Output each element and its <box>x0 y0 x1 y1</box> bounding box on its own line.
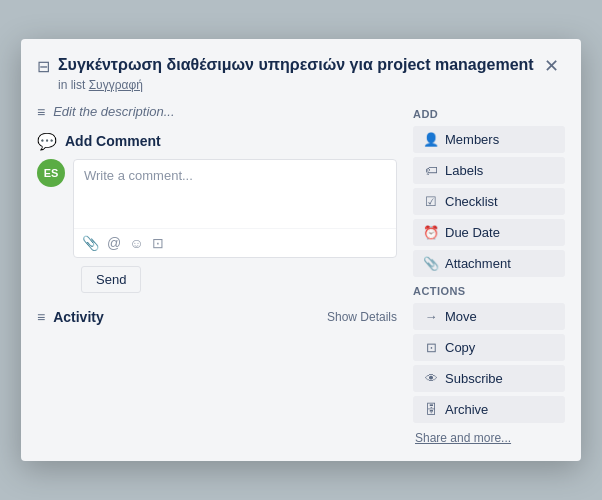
card-modal: ⊟ Συγκέντρωση διαθέσιμων υπηρεσιών για p… <box>21 39 581 461</box>
modal-title-block: Συγκέντρωση διαθέσιμων υπηρεσιών για pro… <box>58 55 534 92</box>
archive-icon: 🗄 <box>423 402 439 417</box>
attach-icon[interactable]: 📎 <box>82 235 99 251</box>
comment-title: Add Comment <box>65 133 161 149</box>
avatar: ES <box>37 159 65 187</box>
archive-button[interactable]: 🗄 Archive <box>413 396 565 423</box>
due-date-label: Due Date <box>445 225 500 240</box>
comment-input-row: ES 📎 @ ☺ ⊡ <box>37 159 397 258</box>
share-link[interactable]: Share and more... <box>413 431 565 445</box>
move-icon: → <box>423 309 439 324</box>
add-section-title: Add <box>413 108 565 120</box>
description-icon: ≡ <box>37 104 45 120</box>
mention-icon[interactable]: @ <box>107 235 121 251</box>
labels-icon: 🏷 <box>423 163 439 178</box>
activity-title: Activity <box>53 309 104 325</box>
copy-icon: ⊡ <box>423 340 439 355</box>
comment-header: 💬 Add Comment <box>37 132 397 151</box>
subscribe-label: Subscribe <box>445 371 503 386</box>
checklist-label: Checklist <box>445 194 498 209</box>
right-column: Add 👤 Members 🏷 Labels ☑ Checklist ⏰ Due… <box>413 104 565 445</box>
comment-box: 📎 @ ☺ ⊡ <box>73 159 397 258</box>
move-label: Move <box>445 309 477 324</box>
emoji-icon[interactable]: ☺ <box>129 235 143 251</box>
edit-description-link[interactable]: Edit the description... <box>53 104 174 119</box>
main-layout: ≡ Edit the description... 💬 Add Comment … <box>37 104 565 445</box>
attachment-button[interactable]: 📎 Attachment <box>413 250 565 277</box>
list-prefix: in list <box>58 78 85 92</box>
due-date-icon: ⏰ <box>423 225 439 240</box>
labels-button[interactable]: 🏷 Labels <box>413 157 565 184</box>
actions-section-title: Actions <box>413 285 565 297</box>
copy-button[interactable]: ⊡ Copy <box>413 334 565 361</box>
members-label: Members <box>445 132 499 147</box>
modal-header: ⊟ Συγκέντρωση διαθέσιμων υπηρεσιών για p… <box>37 55 565 92</box>
modal-list-info: in list Συγγραφή <box>58 78 534 92</box>
attachment-icon: 📎 <box>423 256 439 271</box>
archive-label: Archive <box>445 402 488 417</box>
checklist-button[interactable]: ☑ Checklist <box>413 188 565 215</box>
subscribe-icon: 👁 <box>423 371 439 386</box>
modal-title-area: ⊟ Συγκέντρωση διαθέσιμων υπηρεσιών για p… <box>37 55 538 92</box>
send-button[interactable]: Send <box>81 266 141 293</box>
move-button[interactable]: → Move <box>413 303 565 330</box>
copy-label: Copy <box>445 340 475 355</box>
members-icon: 👤 <box>423 132 439 147</box>
left-column: ≡ Edit the description... 💬 Add Comment … <box>37 104 397 445</box>
card-icon: ⊟ <box>37 57 50 76</box>
subscribe-button[interactable]: 👁 Subscribe <box>413 365 565 392</box>
comment-section: 💬 Add Comment ES 📎 @ ☺ ⊡ <box>37 132 397 293</box>
attachment-label: Attachment <box>445 256 511 271</box>
actions-section: Actions → Move ⊡ Copy 👁 Subscribe 🗄 Arch… <box>413 285 565 445</box>
comment-toolbar: 📎 @ ☺ ⊡ <box>74 228 396 257</box>
activity-section: ≡ Activity Show Details <box>37 309 397 325</box>
comment-icon: 💬 <box>37 132 57 151</box>
image-icon[interactable]: ⊡ <box>152 235 164 251</box>
checklist-icon: ☑ <box>423 194 439 209</box>
labels-label: Labels <box>445 163 483 178</box>
list-link[interactable]: Συγγραφή <box>89 78 143 92</box>
comment-textarea[interactable] <box>74 160 396 224</box>
due-date-button[interactable]: ⏰ Due Date <box>413 219 565 246</box>
activity-left: ≡ Activity <box>37 309 104 325</box>
modal-title: Συγκέντρωση διαθέσιμων υπηρεσιών για pro… <box>58 55 534 76</box>
show-details-link[interactable]: Show Details <box>327 310 397 324</box>
activity-icon: ≡ <box>37 309 45 325</box>
members-button[interactable]: 👤 Members <box>413 126 565 153</box>
close-button[interactable]: ✕ <box>538 55 565 77</box>
send-row: Send <box>37 266 397 293</box>
description-section: ≡ Edit the description... <box>37 104 397 120</box>
